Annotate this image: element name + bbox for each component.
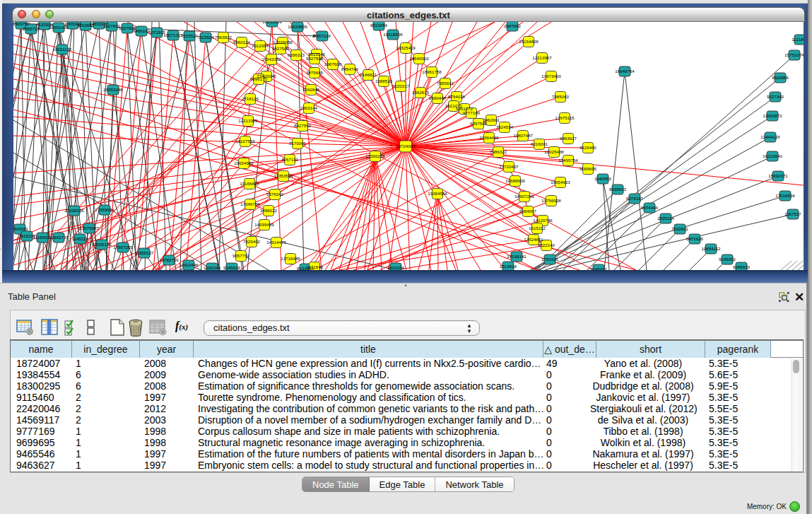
svg-text:12505135: 12505135 — [92, 242, 112, 247]
svg-text:9146821: 9146821 — [360, 72, 377, 77]
svg-text:15300275: 15300275 — [365, 153, 385, 158]
svg-text:19166825: 19166825 — [240, 181, 259, 186]
svg-text:1371648: 1371648 — [306, 264, 324, 269]
svg-text:3624554: 3624554 — [496, 124, 514, 129]
svg-text:9245919: 9245919 — [223, 265, 241, 270]
svg-text:2967608: 2967608 — [324, 62, 342, 66]
svg-text:16782759: 16782759 — [159, 257, 179, 262]
svg-text:12444129: 12444129 — [760, 134, 780, 139]
svg-text:16033809: 16033809 — [262, 22, 282, 24]
svg-text:12975115: 12975115 — [555, 115, 575, 120]
svg-text:9529966: 9529966 — [772, 75, 789, 80]
svg-text:9474444: 9474444 — [641, 205, 659, 210]
svg-text:19384554: 19384554 — [428, 191, 447, 196]
svg-text:10025438: 10025438 — [544, 149, 564, 154]
svg-text:7955812: 7955812 — [437, 81, 454, 86]
svg-text:11353594: 11353594 — [273, 173, 293, 178]
svg-text:18724007: 18724007 — [396, 144, 416, 148]
svg-text:1733426: 1733426 — [541, 257, 559, 262]
svg-text:6379197: 6379197 — [626, 196, 644, 201]
svg-text:16210643: 16210643 — [763, 153, 782, 158]
svg-text:1831054: 1831054 — [387, 265, 405, 270]
svg-text:8813054: 8813054 — [370, 23, 388, 28]
svg-text:18907249: 18907249 — [514, 194, 534, 199]
svg-text:1292344: 1292344 — [204, 265, 221, 270]
svg-text:10973493: 10973493 — [541, 74, 561, 78]
svg-text:16033809: 16033809 — [288, 24, 307, 29]
svg-text:8990448: 8990448 — [429, 95, 447, 100]
svg-text:13226058: 13226058 — [273, 40, 293, 45]
svg-text:9896172: 9896172 — [250, 76, 268, 81]
svg-text:20206526: 20206526 — [64, 208, 84, 213]
svg-text:3267110: 3267110 — [281, 157, 298, 162]
svg-text:1513614: 1513614 — [500, 264, 517, 269]
svg-text:12093872: 12093872 — [763, 113, 782, 118]
svg-text:19654923: 19654923 — [551, 180, 570, 185]
svg-text:13716485: 13716485 — [281, 256, 300, 261]
svg-text:15720407: 15720407 — [499, 164, 519, 169]
svg-text:2170061: 2170061 — [289, 141, 307, 146]
svg-text:10807487: 10807487 — [513, 133, 533, 138]
svg-text:8220317: 8220317 — [392, 83, 410, 88]
svg-text:12942737: 12942737 — [49, 235, 69, 240]
svg-text:1615112: 1615112 — [529, 226, 546, 230]
svg-text:2087682: 2087682 — [504, 23, 522, 28]
svg-text:7515524: 7515524 — [197, 35, 215, 40]
svg-text:3912954: 3912954 — [252, 43, 269, 48]
svg-text:8186323: 8186323 — [288, 52, 305, 57]
svg-text:16648764: 16648764 — [615, 69, 635, 74]
svg-text:8660124: 8660124 — [233, 40, 251, 45]
svg-text:2803144: 2803144 — [300, 105, 318, 110]
svg-text:19218506: 19218506 — [383, 32, 403, 37]
svg-text:2718126: 2718126 — [242, 96, 259, 101]
svg-text:16543362: 16543362 — [261, 57, 281, 62]
svg-text:9245052: 9245052 — [719, 257, 736, 262]
svg-text:7632621: 7632621 — [671, 226, 689, 231]
svg-text:9227343: 9227343 — [767, 94, 784, 99]
svg-text:16107553: 16107553 — [235, 139, 255, 144]
svg-text:7625402: 7625402 — [243, 239, 261, 244]
svg-text:15495754: 15495754 — [558, 158, 578, 163]
svg-text:7485063: 7485063 — [552, 94, 570, 99]
svg-text:16031135: 16031135 — [52, 47, 72, 52]
svg-text:17046766: 17046766 — [240, 201, 260, 206]
svg-text:14120746: 14120746 — [533, 218, 553, 223]
svg-text:17957255: 17957255 — [113, 245, 133, 250]
svg-text:19756928: 19756928 — [541, 198, 561, 203]
svg-text:9463627: 9463627 — [560, 136, 577, 141]
svg-text:16961758: 16961758 — [422, 69, 442, 74]
svg-text:1167537: 1167537 — [784, 211, 801, 216]
svg-text:14099489: 14099489 — [254, 222, 274, 227]
svg-text:12923446: 12923446 — [179, 262, 199, 267]
svg-text:1327602: 1327602 — [103, 23, 121, 28]
svg-text:7515524: 7515524 — [181, 33, 199, 38]
svg-text:7357224: 7357224 — [314, 33, 331, 38]
svg-text:10688609: 10688609 — [505, 178, 525, 183]
svg-text:11958127: 11958127 — [134, 250, 154, 255]
svg-text:9115460: 9115460 — [579, 145, 596, 150]
svg-text:16640910: 16640910 — [409, 56, 429, 61]
svg-text:9245919: 9245919 — [733, 264, 751, 269]
svg-text:15692371: 15692371 — [768, 173, 788, 178]
svg-text:9527508: 9527508 — [306, 56, 324, 61]
svg-text:1562615: 1562615 — [412, 90, 430, 95]
svg-text:8427552: 8427552 — [294, 123, 312, 128]
svg-text:8471626: 8471626 — [686, 236, 704, 241]
svg-text:1588520: 1588520 — [375, 78, 393, 83]
svg-text:17016504: 17016504 — [775, 193, 795, 198]
svg-text:17359924: 17359924 — [95, 207, 114, 212]
svg-text:6497568: 6497568 — [470, 121, 488, 126]
svg-text:16154808: 16154808 — [519, 39, 539, 44]
svg-text:9084067: 9084067 — [519, 209, 537, 214]
svg-text:14136141: 14136141 — [507, 254, 526, 259]
svg-text:9242848: 9242848 — [302, 87, 320, 92]
svg-text:9657791: 9657791 — [233, 253, 250, 258]
svg-text:15751074: 15751074 — [784, 52, 804, 57]
svg-text:8938923: 8938923 — [609, 187, 627, 192]
svg-text:6216001: 6216001 — [531, 141, 548, 146]
svg-text:3875685: 3875685 — [306, 70, 324, 75]
svg-text:6794028: 6794028 — [448, 94, 466, 99]
svg-text:20364436: 20364436 — [479, 135, 499, 140]
svg-text:12213967: 12213967 — [532, 55, 552, 60]
svg-text:2522140: 2522140 — [538, 243, 555, 247]
